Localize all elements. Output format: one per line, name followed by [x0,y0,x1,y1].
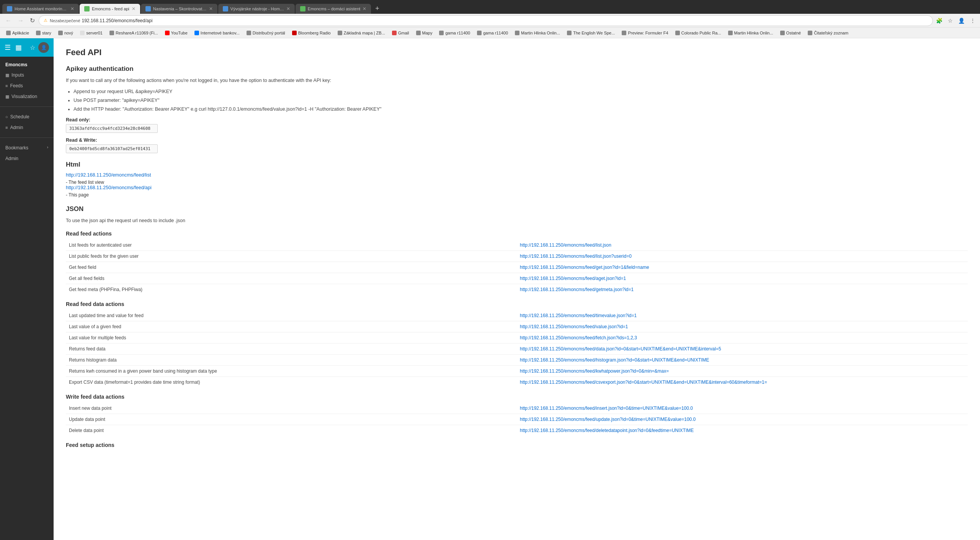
tab-3[interactable]: Nastavenia – Skontrolovat heslá ... ✕ [141,4,217,14]
bookmark-martin2[interactable]: Martin Hlinka Onlin... [725,30,776,36]
bookmark-youtube[interactable]: YouTube [162,30,191,36]
app-container: ☰ ▦ ☆ 👤 Emoncms ▦ Inputs ≡ Feeds ▦ Visua… [0,38,980,540]
sidebar-item-feeds[interactable]: ≡ Feeds [0,80,54,91]
html-link-1[interactable]: http://192.168.11.250/emoncms/feed/list [66,172,968,178]
table-row: Last updated time and value for feedhttp… [66,310,968,321]
bookmark-server01[interactable]: server01 [77,30,106,36]
reload-button[interactable]: ↻ [28,16,37,25]
bookmark-bloomberg[interactable]: Bloomberg Radio [289,30,334,36]
api-link[interactable]: http://192.168.11.250/emoncms/feed/histo… [520,357,709,363]
bookmark-stary[interactable]: stary [33,30,54,36]
forward-button[interactable]: → [15,16,26,25]
action-desc: Last value of a given feed [66,321,517,332]
sidebar-schedule-label: Schedule [10,114,29,119]
bookmark-favicon [36,31,41,35]
api-link[interactable]: http://192.168.11.250/emoncms/feed/get.j… [520,265,649,270]
html-link-2[interactable]: http://192.168.11.250/emoncms/feed/api [66,185,968,190]
bookmark-martin1[interactable]: Martin Hlinka Onlin... [512,30,563,36]
inputs-icon: ▦ [5,73,9,78]
bookmark-citatelsky[interactable]: Čitateľský zoznam [805,30,851,36]
bookmark-gmail[interactable]: Gmail [389,30,412,36]
bookmark-favicon [439,31,444,35]
tab-close-2[interactable]: ✕ [132,6,136,11]
api-link[interactable]: http://192.168.11.250/emoncms/feed/kwhat… [520,368,669,374]
tab-1[interactable]: Home Assistant monitoring FVE... ✕ [2,4,79,14]
profile-button[interactable]: 👤 [957,17,966,25]
api-link[interactable]: http://192.168.11.250/emoncms/feed/updat… [520,417,696,422]
star-icon[interactable]: ☆ [30,44,35,51]
extensions-button[interactable]: 🧩 [934,17,944,25]
apikey-description: If you want to call any of the following… [66,77,968,84]
sidebar-item-admin[interactable]: ≡ Admin [0,122,54,133]
api-link[interactable]: http://192.168.11.250/emoncms/feed/timev… [520,313,637,318]
table-row: Returns feed datahttp://192.168.11.250/e… [66,344,968,355]
tab-4[interactable]: Vývojárske nástroje - Home Assi... ✕ [218,4,295,14]
menu-button[interactable]: ⋮ [969,17,977,25]
action-url: http://192.168.11.250/emoncms/feed/updat… [517,414,968,425]
bookmark-gama1[interactable]: gama r11400 [436,30,473,36]
action-desc: Last value for multiple feeds [66,332,517,344]
back-button[interactable]: ← [3,16,14,25]
bookmark-banking[interactable]: Internetové bankov... [191,30,243,36]
api-link[interactable]: http://192.168.11.250/emoncms/feed/list.… [520,242,611,248]
bookmark-favicon [808,31,812,35]
bookmark-favicon [728,31,733,35]
hamburger-icon[interactable]: ☰ [5,43,11,52]
bookmark-favicon [622,31,626,35]
bookmark-mapy[interactable]: Mapy [413,30,436,36]
tab-close-4[interactable]: ✕ [286,6,290,11]
star-button[interactable]: ☆ [946,17,954,25]
bookmark-mapa[interactable]: Základná mapa | ZB... [335,30,388,36]
sidebar-item-bookmarks[interactable]: Bookmarks › [0,142,54,153]
sidebar-item-admin-bottom[interactable]: Admin [0,153,54,164]
bookmark-reshare[interactable]: ReshareA r11069 (Fi... [106,30,161,36]
api-link[interactable]: http://192.168.11.250/emoncms/feed/aget.… [520,276,626,281]
bookmark-favicon [247,31,251,35]
sidebar-item-inputs[interactable]: ▦ Inputs [0,70,54,80]
bookmark-colorado[interactable]: Colorado Public Ra... [672,30,724,36]
browser-chrome: Home Assistant monitoring FVE... ✕ Emonc… [0,0,980,38]
avatar[interactable]: 👤 [38,42,49,53]
api-link[interactable]: http://192.168.11.250/emoncms/feed/delet… [520,428,694,433]
bookmark-english[interactable]: The English We Spe... [564,30,618,36]
table-row: List public feeds for the given userhttp… [66,251,968,262]
bookmark-gama2[interactable]: gama r11400 [474,30,511,36]
api-link[interactable]: http://192.168.11.250/emoncms/feed/value… [520,324,628,329]
read-write-label: Read & Write: [66,137,968,143]
tab-close-3[interactable]: ✕ [209,6,213,11]
api-link[interactable]: http://192.168.11.250/emoncms/feed/data.… [520,346,721,352]
table-row: Update data pointhttp://192.168.11.250/e… [66,414,968,425]
tab-close-1[interactable]: ✕ [70,6,74,11]
table-row: Get feed meta (PHPFina, PHPFiwa)http://1… [66,284,968,295]
api-link[interactable]: http://192.168.11.250/emoncms/feed/inser… [520,406,693,411]
tab-5[interactable]: Emoncms – domáci asistent ✕ [296,4,371,14]
bookmark-ostatne[interactable]: Ostatné [777,30,804,36]
action-desc: Insert new data point [66,403,517,414]
bookmark-favicon [58,31,63,35]
grid-icon[interactable]: ▦ [15,43,22,52]
sidebar-item-schedule[interactable]: ○ Schedule [0,111,54,122]
bookmark-distribucny[interactable]: Distribučný portál [243,30,288,36]
json-description: To use the json api the request url need… [66,217,968,224]
action-url: http://192.168.11.250/emoncms/feed/delet… [517,425,968,436]
new-tab-button[interactable]: + [372,3,382,14]
table-row: Get feed fieldhttp://192.168.11.250/emon… [66,262,968,273]
bookmark-favicon [567,31,572,35]
write-feed-data-table: Insert new data pointhttp://192.168.11.2… [66,403,968,436]
bookmark-novy[interactable]: nový [55,30,76,36]
tab-2[interactable]: Emoncms - feed api ✕ [80,4,140,14]
tab-close-5[interactable]: ✕ [363,6,366,11]
read-write-key-input[interactable] [66,144,158,153]
sidebar-section-main: Emoncms ▦ Inputs ≡ Feeds ▦ Visualization [0,57,54,105]
api-link[interactable]: http://192.168.11.250/emoncms/feed/fetch… [520,335,637,340]
bookmark-formuler[interactable]: Preview: Formuler F4 [619,30,671,36]
api-link[interactable]: http://192.168.11.250/emoncms/feed/getme… [520,287,634,292]
address-bar[interactable]: ⚠ Nezabezpečené 192.168.11.250/emoncms/f… [39,15,933,26]
tab-title-3: Nastavenia – Skontrolovat heslá ... [153,7,207,11]
bookmark-aplikacie[interactable]: Aplikácie [3,30,32,36]
read-only-key-input[interactable] [66,124,158,133]
action-desc: Get feed meta (PHPFina, PHPFiwa) [66,284,517,295]
sidebar-item-visualization[interactable]: ▦ Visualization [0,91,54,102]
api-link[interactable]: http://192.168.11.250/emoncms/feed/csvex… [520,380,767,385]
api-link[interactable]: http://192.168.11.250/emoncms/feed/list.… [520,254,632,259]
